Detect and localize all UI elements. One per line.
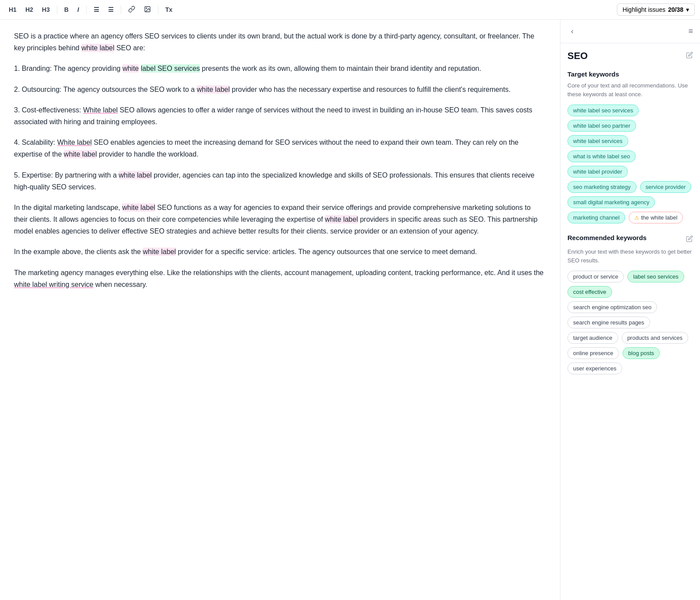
h2-button[interactable]: H2 (22, 4, 37, 15)
target-keywords-section: Target keywords Core of your text and al… (567, 70, 693, 223)
sidebar-top-nav: ‹ ≡ (560, 20, 700, 43)
highlight-white-label-3: white label (197, 85, 230, 94)
chip-white-label-seo-partner[interactable]: white label seo partner (567, 120, 636, 132)
highlight-white-label-6: white label (64, 150, 97, 158)
recommended-keywords-section: Recommended keywords Enrich your text wi… (567, 234, 693, 374)
separator-3 (121, 5, 121, 14)
recommended-edit-icon[interactable] (686, 235, 693, 244)
paragraph-4: 3. Cost-effectiveness: White label SEO a… (14, 104, 546, 128)
chip-cost-effective[interactable]: cost effective (567, 286, 612, 298)
editor-area[interactable]: SEO is a practice where an agency offers… (0, 20, 560, 600)
highlight-white-label-9: white label (325, 215, 358, 223)
title-edit-icon[interactable] (686, 52, 693, 60)
highlight-white-label-8: white label (122, 203, 155, 212)
paragraph-5: 4. Scalability: White label SEO enables … (14, 136, 546, 160)
chip-what-is-white-label-seo[interactable]: what is white label seo (567, 150, 636, 162)
main-layout: SEO is a practice where an agency offers… (0, 20, 700, 600)
paragraph-9: The marketing agency manages everything … (14, 267, 546, 290)
chip-white-label-services[interactable]: white label services (567, 135, 628, 147)
chip-search-engine-results-pages[interactable]: search engine results pages (567, 317, 650, 328)
chip-seo-marketing-strategy[interactable]: seo marketing strategy (567, 181, 637, 193)
highlight-label: Highlight issues (623, 6, 665, 13)
highlight-white-label-5: White label (57, 139, 92, 146)
bold-button[interactable]: B (61, 4, 72, 15)
chip-small-digital-marketing-agency[interactable]: small digital marketing agency (567, 196, 655, 208)
ordered-list-button[interactable]: ☰ (90, 4, 103, 15)
highlight-label-seo-services: label SEO services (141, 64, 200, 73)
paragraph-2: 1. Branding: The agency providing white … (14, 63, 546, 74)
recommended-keywords-container: product or service label seo services co… (567, 271, 693, 374)
clear-format-button[interactable]: Tx (162, 4, 176, 15)
italic-button[interactable]: I (74, 4, 83, 15)
svg-point-1 (146, 7, 147, 8)
sidebar-content: SEO Target keywords Core of your text an… (560, 43, 700, 385)
chevron-icon: ▾ (686, 6, 689, 13)
highlight-white-label-2: white (122, 64, 139, 73)
h3-button[interactable]: H3 (38, 4, 53, 15)
chip-marketing-channel[interactable]: marketing channel (567, 212, 625, 223)
highlight-white-label-10: white label (143, 248, 176, 256)
h1-button[interactable]: H1 (5, 4, 20, 15)
unordered-list-button[interactable]: ☰ (105, 4, 117, 15)
target-keywords-desc: Core of your text and all recommendation… (567, 81, 693, 98)
paragraph-1: SEO is a practice where an agency offers… (14, 30, 546, 54)
recommended-keywords-header: Recommended keywords (567, 234, 693, 245)
separator-1 (57, 5, 57, 14)
highlight-dropdown[interactable]: Highlight issues 20/38 ▾ (617, 3, 695, 16)
nav-menu-button[interactable]: ≡ (688, 27, 693, 36)
warning-icon: ⚠ (634, 215, 639, 221)
highlight-white-label-11: white label writing service (14, 281, 93, 288)
chip-online-presence[interactable]: online presence (567, 347, 619, 359)
editor-toolbar: H1 H2 H3 B I ☰ ☰ Tx Highlight issues 20/… (0, 0, 700, 20)
chip-label-seo-services[interactable]: label seo services (627, 271, 684, 283)
chip-products-and-services[interactable]: products and services (622, 332, 688, 344)
sidebar: ‹ ≡ SEO Target keywords Core of your tex… (560, 20, 700, 600)
paragraph-6: 5. Expertise: By partnering with a white… (14, 169, 546, 193)
highlight-white-label-1: white label (81, 44, 115, 52)
paragraph-7: In the digital marketing landscape, whit… (14, 202, 546, 237)
target-keywords-container: white label seo services white label seo… (567, 105, 693, 223)
separator-4 (158, 5, 158, 14)
chip-product-or-service[interactable]: product or service (567, 271, 624, 283)
chip-white-label-provider[interactable]: white label provider (567, 166, 628, 178)
paragraph-8: In the example above, the clients ask th… (14, 246, 546, 258)
chip-target-audience[interactable]: target audience (567, 332, 618, 344)
link-button[interactable] (125, 4, 139, 16)
separator-2 (86, 5, 87, 14)
paragraph-3: 2. Outsourcing: The agency outsources th… (14, 84, 546, 95)
highlight-white-label-7: white label (119, 171, 152, 179)
seo-title: SEO (567, 50, 588, 62)
chip-the-white-label[interactable]: ⚠ the white label (629, 212, 683, 223)
image-button[interactable] (140, 4, 154, 16)
chip-blog-posts[interactable]: blog posts (623, 347, 660, 359)
highlight-white-label-4: White label (83, 106, 118, 114)
chip-user-experiences[interactable]: user experiences (567, 363, 622, 374)
chip-service-provider[interactable]: service provider (640, 181, 692, 193)
chip-white-label-seo-services[interactable]: white label seo services (567, 105, 639, 116)
chip-search-engine-optimization-seo[interactable]: search engine optimization seo (567, 301, 657, 313)
recommended-keywords-heading: Recommended keywords (567, 234, 647, 241)
recommended-keywords-desc: Enrich your text with these keywords to … (567, 248, 693, 265)
sidebar-title-row: SEO (567, 50, 693, 62)
highlight-count: 20/38 (668, 6, 683, 13)
nav-back-button[interactable]: ‹ (567, 25, 577, 38)
target-keywords-heading: Target keywords (567, 70, 693, 78)
